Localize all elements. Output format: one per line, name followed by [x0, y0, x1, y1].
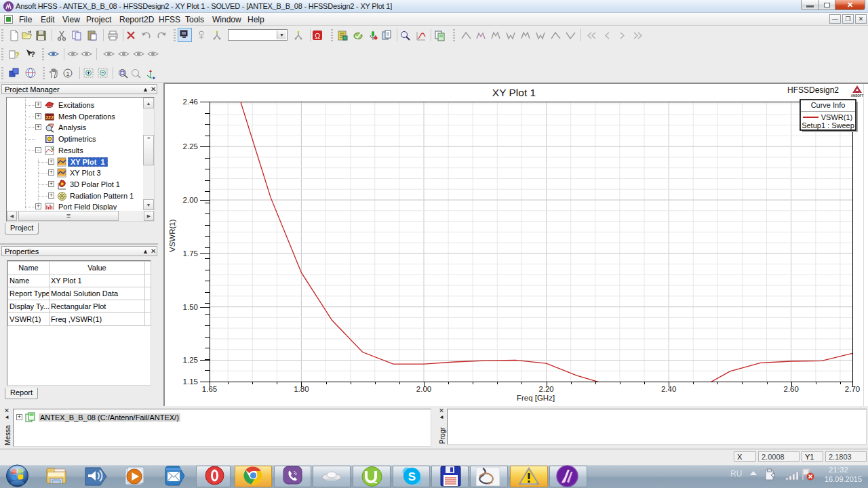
svg-text:S: S [408, 470, 416, 483]
